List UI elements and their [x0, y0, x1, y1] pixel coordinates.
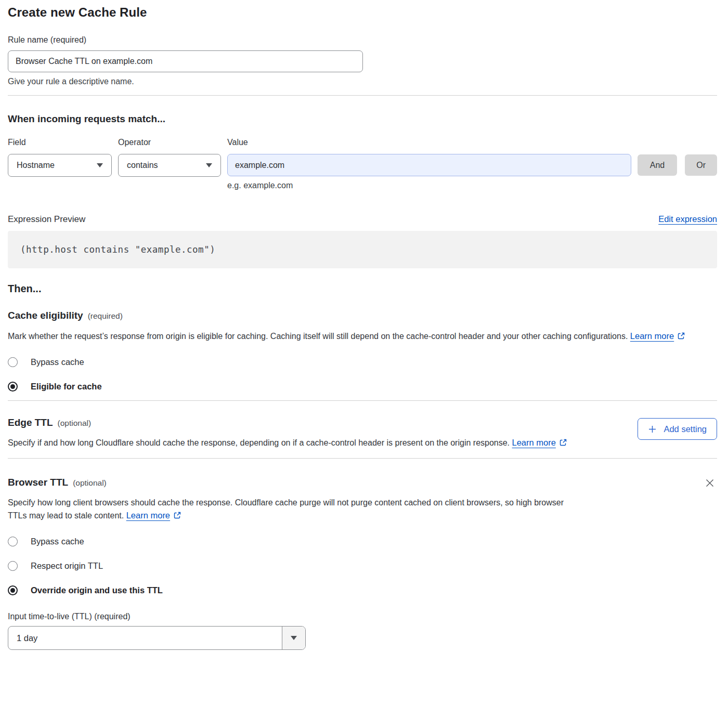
rule-name-input[interactable] — [8, 50, 363, 72]
chevron-down-icon — [206, 163, 212, 167]
radio-label: Bypass cache — [31, 357, 84, 367]
edge-ttl-qualifier: (optional) — [58, 419, 92, 428]
edge-ttl-description: Specify if and how long Cloudflare shoul… — [8, 436, 567, 449]
radio-icon — [8, 585, 18, 595]
ttl-select[interactable]: 1 day — [8, 626, 306, 650]
field-select[interactable]: Hostname — [8, 154, 112, 177]
external-link-icon — [677, 332, 685, 340]
plus-icon — [648, 425, 657, 434]
expression-preview-row: Expression Preview Edit expression — [8, 214, 717, 225]
value-column: Value e.g. example.com — [227, 138, 631, 190]
external-link-icon — [559, 438, 567, 447]
value-label: Value — [227, 138, 631, 147]
value-input[interactable] — [227, 154, 631, 176]
edge-ttl-description-text: Specify if and how long Cloudflare shoul… — [8, 438, 510, 447]
browser-ttl-description: Specify how long client browsers should … — [8, 496, 580, 522]
edge-ttl-heading-row: Edge TTL (optional) — [8, 417, 567, 428]
radio-label: Respect origin TTL — [31, 561, 103, 571]
add-setting-label: Add setting — [664, 424, 707, 434]
radio-icon — [8, 561, 18, 571]
browser-ttl-learn-more-link[interactable]: Learn more — [126, 511, 170, 520]
field-label: Field — [8, 138, 112, 147]
ttl-select-value: 1 day — [8, 627, 282, 649]
expression-code-block: (http.host contains "example.com") — [8, 231, 717, 268]
rule-name-label: Rule name (required) — [8, 35, 717, 45]
expression-preview-label: Expression Preview — [8, 214, 85, 225]
external-link-icon — [173, 511, 181, 519]
edge-ttl-section: Edge TTL (optional) Specify if and how l… — [8, 401, 717, 449]
browser-ttl-heading: Browser TTL — [8, 477, 68, 488]
operator-column: Operator contains — [118, 138, 221, 177]
browser-ttl-heading-row: Browser TTL (optional) — [8, 477, 580, 488]
operator-label: Operator — [118, 138, 221, 147]
value-helper: e.g. example.com — [227, 181, 631, 190]
expression-code: (http.host contains "example.com") — [20, 244, 215, 255]
radio-label: Override origin and use this TTL — [31, 585, 163, 595]
add-setting-button[interactable]: Add setting — [638, 418, 717, 440]
match-section-heading: When incoming requests match... — [8, 113, 717, 125]
close-icon — [705, 478, 715, 488]
edge-ttl-learn-more-link[interactable]: Learn more — [512, 438, 556, 447]
field-column: Field Hostname — [8, 138, 112, 177]
cache-eligibility-description-text: Mark whether the request’s response from… — [8, 332, 628, 341]
ttl-input-label: Input time-to-live (TTL) (required) — [8, 612, 717, 621]
radio-icon — [8, 382, 18, 392]
then-heading: Then... — [8, 283, 717, 295]
rule-name-helper: Give your rule a descriptive name. — [8, 77, 717, 86]
chevron-down-icon — [97, 163, 103, 167]
radio-respect-origin-ttl[interactable]: Respect origin TTL — [8, 561, 103, 571]
operator-select[interactable]: contains — [118, 154, 221, 177]
radio-icon — [8, 537, 18, 546]
operator-select-value: contains — [127, 161, 158, 170]
page-title: Create new Cache Rule — [8, 5, 717, 20]
andor-button-group: And Or — [638, 138, 717, 176]
close-browser-ttl-button[interactable] — [703, 476, 717, 490]
browser-ttl-qualifier: (optional) — [73, 478, 107, 488]
match-controls-row: Field Hostname Operator contains Value e… — [8, 138, 717, 190]
cache-eligibility-heading-row: Cache eligibility (required) — [8, 310, 717, 321]
and-button[interactable]: And — [638, 154, 677, 176]
radio-eligible-for-cache[interactable]: Eligible for cache — [8, 382, 102, 392]
edit-expression-link[interactable]: Edit expression — [658, 214, 717, 224]
divider — [8, 95, 717, 96]
radio-bypass-cache[interactable]: Bypass cache — [8, 357, 84, 367]
radio-label: Bypass cache — [31, 537, 84, 546]
edge-ttl-content: Edge TTL (optional) Specify if and how l… — [8, 417, 567, 449]
cache-eligibility-description: Mark whether the request’s response from… — [8, 330, 717, 343]
radio-label: Eligible for cache — [31, 382, 102, 392]
browser-ttl-content: Browser TTL (optional) Specify how long … — [8, 477, 580, 522]
ttl-select-arrow-segment[interactable] — [282, 627, 305, 649]
cache-eligibility-qualifier: (required) — [88, 311, 123, 321]
radio-icon — [8, 357, 18, 367]
browser-ttl-section: Browser TTL (optional) Specify how long … — [8, 459, 717, 522]
or-button[interactable]: Or — [685, 154, 717, 176]
cache-eligibility-learn-more-link[interactable]: Learn more — [630, 331, 674, 341]
radio-browser-bypass-cache[interactable]: Bypass cache — [8, 537, 84, 546]
field-select-value: Hostname — [17, 161, 55, 170]
cache-eligibility-heading: Cache eligibility — [8, 310, 83, 321]
edge-ttl-heading: Edge TTL — [8, 417, 53, 428]
browser-ttl-description-text: Specify how long client browsers should … — [8, 498, 564, 520]
chevron-down-icon — [291, 636, 297, 640]
radio-override-origin-ttl[interactable]: Override origin and use this TTL — [8, 585, 163, 595]
